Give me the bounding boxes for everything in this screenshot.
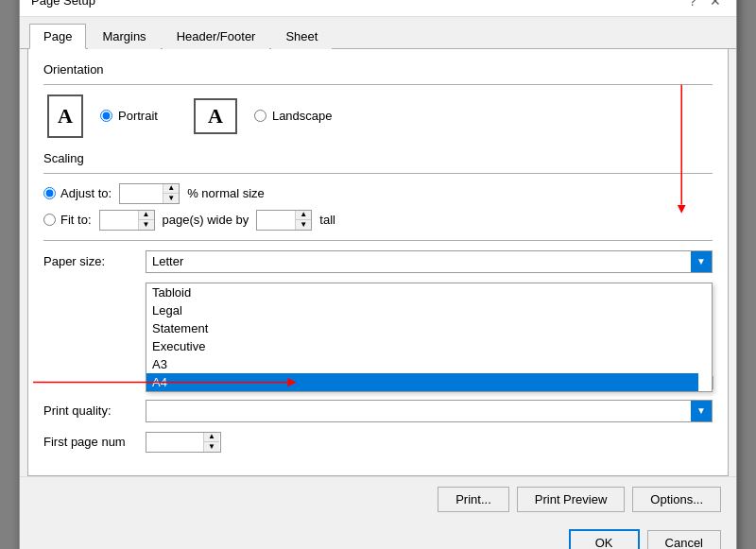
page-setup-dialog: Page Setup ? ✕ Page Margins Header/Foote… [19,0,737,549]
title-bar: Page Setup ? ✕ [20,0,736,17]
fit-wide-spinner-btns: ▲ ▼ [138,211,154,230]
adjust-up-btn[interactable]: ▲ [163,184,179,194]
paper-dropdown-container: Tabloid Legal Statement Executive A3 A4 [146,283,713,392]
fit-wide-input[interactable]: 1 [100,211,138,229]
print-quality-row: Print quality: ▼ [43,400,713,422]
fit-tall-input[interactable]: 1 [257,211,295,229]
paper-size-dropdown-arrow[interactable]: ▼ [691,251,712,272]
close-button[interactable]: ✕ [706,0,725,10]
adjust-down-btn[interactable]: ▼ [163,194,179,203]
first-page-spinner[interactable]: ▲ ▼ [146,432,221,453]
tall-label: tall [319,213,335,227]
fit-label: Fit to: [60,213,92,227]
pages-wide-label: page(s) wide by [163,213,249,227]
paper-size-value: Letter [146,251,691,271]
landscape-icon: A [194,98,237,134]
dialog-title: Page Setup [31,0,95,8]
paper-size-row: Paper size: Letter ▼ [43,250,713,273]
landscape-radio-label[interactable]: Landscape [254,109,333,123]
fit-tall-down-btn[interactable]: ▼ [296,220,311,230]
tab-sheet[interactable]: Sheet [271,24,332,49]
adjust-row: Adjust to: 100 ▲ ▼ % normal size [43,183,713,204]
orientation-label: Orientation [43,62,713,77]
fit-radio-label[interactable]: Fit to: [43,213,92,227]
title-controls: ? ✕ [683,0,725,10]
mid-divider [43,240,713,241]
fit-tall-spinner-btns: ▲ ▼ [295,211,311,230]
fit-radio[interactable] [43,214,56,226]
paper-option-a4[interactable]: A4 [146,373,698,391]
orientation-row: A Portrait A Landscape [43,94,713,138]
first-page-spinner-btns: ▲ ▼ [203,433,219,452]
fit-wide-spinner[interactable]: 1 ▲ ▼ [99,210,155,231]
portrait-label: Portrait [118,109,158,123]
paper-size-section: Paper size: Letter ▼ Tabloid Legal State… [43,250,713,392]
help-button[interactable]: ? [683,0,702,10]
paper-option-legal[interactable]: Legal [146,301,698,319]
paper-size-select[interactable]: Letter ▼ [146,250,713,273]
paper-option-statement[interactable]: Statement [146,319,698,337]
ok-button[interactable]: OK [569,529,640,550]
adjust-spinner[interactable]: 100 ▲ ▼ [119,183,180,204]
tab-page[interactable]: Page [29,24,86,49]
adjust-radio-label[interactable]: Adjust to: [43,186,112,200]
fit-tall-up-btn[interactable]: ▲ [296,211,311,220]
landscape-radio[interactable] [254,110,266,122]
paper-option-a3[interactable]: A3 [146,355,698,373]
options-button[interactable]: Options... [632,487,721,512]
action-footer: Print... Print Preview Options... [20,476,736,522]
print-quality-select[interactable]: ▼ [146,400,713,422]
first-page-down-btn[interactable]: ▼ [204,442,219,452]
fit-row: Fit to: 1 ▲ ▼ page(s) wide by 1 ▲ ▼ [43,210,713,231]
portrait-icon: A [47,94,83,138]
paper-option-executive[interactable]: Executive [146,337,698,355]
portrait-radio[interactable] [100,110,112,122]
print-preview-button[interactable]: Print Preview [517,487,626,512]
fit-tall-spinner[interactable]: 1 ▲ ▼ [256,210,312,231]
print-button[interactable]: Print... [438,487,509,512]
portrait-radio-label[interactable]: Portrait [100,109,158,123]
scaling-section: Scaling Adjust to: 100 ▲ ▼ % normal size [43,151,713,231]
tab-bar: Page Margins Header/Footer Sheet [20,17,736,49]
tab-content: Orientation A Portrait A Landscape [27,49,729,476]
scaling-divider [43,173,713,174]
cancel-button[interactable]: Cancel [647,530,721,550]
tab-margins[interactable]: Margins [88,24,160,49]
adjust-input[interactable]: 100 [120,184,163,202]
paper-dropdown-list: Tabloid Legal Statement Executive A3 A4 [146,283,713,392]
landscape-label: Landscape [272,109,333,123]
paper-size-label: Paper size: [43,254,138,268]
ok-cancel-row: OK Cancel [20,522,736,550]
fit-wide-up-btn[interactable]: ▲ [139,211,154,220]
orientation-divider [43,84,713,85]
print-quality-label: Print quality: [43,403,138,418]
first-page-row: First page num ▲ ▼ [43,432,713,453]
first-page-up-btn[interactable]: ▲ [204,433,219,442]
first-page-label: First page num [43,435,138,449]
adjust-radio[interactable] [43,187,56,199]
scaling-label: Scaling [43,151,713,165]
adjust-spinner-btns: ▲ ▼ [163,184,179,203]
tab-header-footer[interactable]: Header/Footer [163,24,270,49]
first-page-input[interactable] [146,433,203,451]
print-quality-dropdown-arrow[interactable]: ▼ [691,401,712,421]
paper-option-tabloid[interactable]: Tabloid [146,283,698,301]
percent-label: % normal size [187,186,265,200]
adjust-label: Adjust to: [60,186,112,200]
print-quality-value [146,408,691,414]
fit-wide-down-btn[interactable]: ▼ [139,220,154,230]
